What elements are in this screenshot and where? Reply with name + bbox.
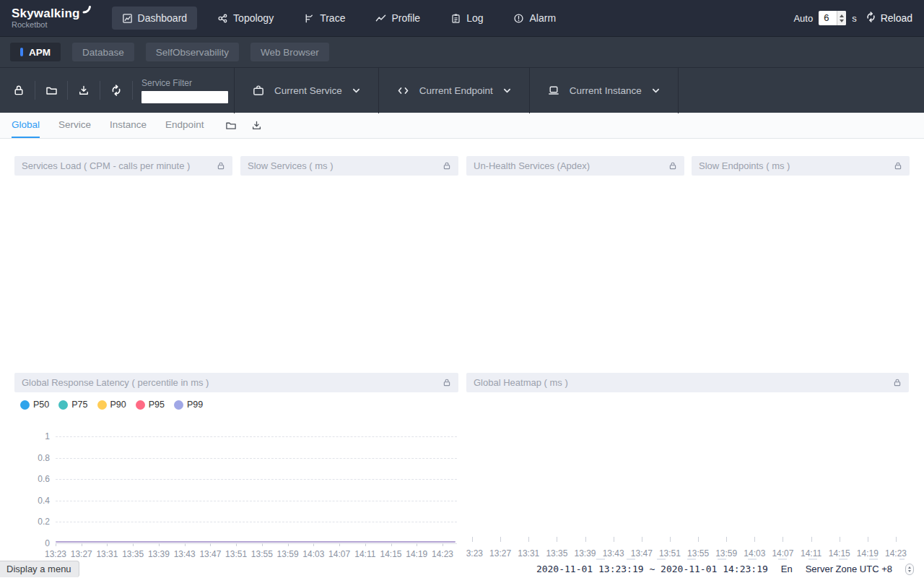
lock-icon[interactable] — [217, 161, 225, 171]
lock-icon[interactable] — [894, 161, 902, 171]
nav-label: Log — [466, 12, 483, 24]
download-icon[interactable] — [68, 85, 100, 96]
subnav-label: APM — [29, 47, 51, 58]
legend-dot-icon — [20, 400, 30, 410]
legend-label: P90 — [110, 400, 126, 410]
nav-item-profile[interactable]: Profile — [365, 7, 430, 30]
stepper-up-icon — [908, 566, 911, 569]
current-instance-selector[interactable]: Current Instance — [529, 68, 679, 113]
nav-item-trace[interactable]: Trace — [294, 7, 355, 30]
lock-icon[interactable] — [668, 161, 677, 171]
panel-header-global-heatmap[interactable]: Global Heatmap ( ms ) — [466, 373, 909, 392]
latency-flat-line — [56, 541, 456, 543]
dashboard-grid: Services Load ( CPM - calls per minute )… — [0, 139, 924, 560]
x-axis-label: 13:59 — [277, 549, 299, 559]
panel-header-services-load[interactable]: Services Load ( CPM - calls per minute ) — [14, 156, 232, 176]
tab-label: Service — [58, 119, 91, 130]
lock-icon[interactable] — [3, 85, 35, 96]
subnav-item-selfobservability[interactable]: SelfObservability — [146, 43, 239, 61]
instance-icon — [547, 85, 560, 96]
x-axis-tick — [56, 543, 56, 546]
x-axis-tick — [210, 543, 211, 546]
time-range-picker[interactable]: 2020-11-01 13:23:19 ~ 2020-11-01 14:23:1… — [536, 564, 768, 574]
x-axis-label: 13:27 — [489, 548, 511, 558]
x-axis-tick — [642, 537, 642, 542]
nav-label: Profile — [391, 12, 420, 24]
tab-endpoint[interactable]: Endpoint — [165, 113, 204, 138]
app-title: Skywalking — [12, 7, 80, 20]
nav-item-topology[interactable]: Topology — [207, 7, 284, 30]
folder-icon[interactable] — [225, 120, 237, 131]
app-logo[interactable]: Skywalking Rocketbot — [12, 7, 90, 29]
scope-tabs: Global Service Instance Endpoint — [0, 113, 924, 139]
panel-header-unhealth-services[interactable]: Un-Health Services (Apdex) — [466, 156, 684, 176]
legend-item-p90[interactable]: P90 — [97, 400, 126, 410]
service-filter-input[interactable] — [141, 91, 228, 103]
legend-dot-icon — [174, 400, 183, 410]
panel-header-global-response-latency[interactable]: Global Response Latency ( percentile in … — [14, 373, 458, 392]
timezone-stepper[interactable] — [905, 564, 914, 575]
lock-icon[interactable] — [893, 378, 902, 387]
folder-icon[interactable] — [35, 85, 67, 96]
chevron-down-icon — [651, 86, 661, 95]
x-axis-label: 13:35 — [546, 548, 567, 558]
panel-header-slow-endpoints[interactable]: Slow Endpoints ( ms ) — [692, 156, 910, 176]
current-service-selector[interactable]: Current Service — [234, 68, 378, 113]
refresh-icon[interactable] — [100, 85, 132, 96]
x-axis-label: 13:27 — [71, 549, 92, 559]
nav-item-alarm[interactable]: Alarm — [503, 7, 566, 30]
nav-item-log[interactable]: Log — [440, 7, 493, 30]
profile-icon — [375, 13, 386, 24]
subnav-item-apm[interactable]: APM — [10, 43, 61, 61]
tab-instance[interactable]: Instance — [110, 113, 147, 138]
legend-label: P50 — [33, 400, 49, 410]
trace-icon — [304, 13, 315, 24]
tab-global[interactable]: Global — [12, 113, 40, 138]
timezone-label[interactable]: Server Zone UTC +8 — [806, 564, 892, 574]
current-endpoint-selector[interactable]: Current Endpoint — [378, 68, 529, 113]
panel-title: Services Load ( CPM - calls per minute ) — [22, 160, 217, 171]
auto-interval-input[interactable]: 6 — [819, 11, 846, 25]
alarm-icon — [513, 13, 524, 24]
auto-interval-stepper[interactable] — [837, 11, 846, 25]
lock-icon[interactable] — [443, 161, 451, 171]
x-axis-tick — [868, 537, 868, 542]
subnav-item-database[interactable]: Database — [72, 43, 134, 61]
x-axis-label: 14:03 — [744, 548, 765, 558]
y-axis-label: 0.2 — [21, 517, 50, 527]
language-switch[interactable]: En — [781, 564, 793, 574]
subnav-item-web-browser[interactable]: Web Browser — [250, 43, 329, 61]
heatmap-baseline-dots — [596, 558, 905, 560]
x-axis-tick — [698, 537, 699, 542]
tab-label: Global — [12, 119, 40, 130]
tab-service[interactable]: Service — [58, 113, 91, 138]
x-axis-tick — [288, 543, 289, 546]
x-axis-tick — [339, 543, 340, 546]
auto-interval-value: 6 — [819, 11, 837, 25]
x-axis-tick — [585, 537, 586, 542]
download-icon[interactable] — [251, 120, 262, 131]
panel-header-slow-services[interactable]: Slow Services ( ms ) — [240, 156, 458, 176]
legend-label: P95 — [149, 400, 165, 410]
legend-item-p95[interactable]: P95 — [136, 400, 165, 410]
x-axis-tick — [557, 537, 557, 542]
y-axis-label: 0.4 — [21, 496, 50, 506]
chevron-down-icon — [502, 86, 512, 95]
legend-item-p75[interactable]: P75 — [58, 400, 87, 410]
x-axis-label: 14:11 — [801, 548, 821, 558]
latency-chart: P50P75P90P95P99 00.20.40.60.8113:2313:27… — [14, 392, 458, 560]
x-axis-tick — [365, 543, 366, 546]
x-axis-label: 13:39 — [575, 548, 596, 558]
legend-dot-icon — [136, 400, 145, 410]
x-axis-label: 13:35 — [122, 549, 144, 559]
reload-button[interactable]: Reload — [866, 12, 912, 25]
x-axis-label: 13:55 — [687, 548, 709, 558]
x-axis-tick — [313, 543, 314, 546]
x-axis-tick — [443, 543, 443, 546]
nav-item-dashboard[interactable]: Dashboard — [112, 7, 198, 30]
legend-item-p99[interactable]: P99 — [174, 400, 203, 410]
lock-icon[interactable] — [443, 378, 451, 387]
service-icon — [252, 85, 265, 97]
top-navbar: Skywalking Rocketbot Dashboard Topology … — [0, 0, 924, 36]
legend-item-p50[interactable]: P50 — [20, 400, 49, 410]
